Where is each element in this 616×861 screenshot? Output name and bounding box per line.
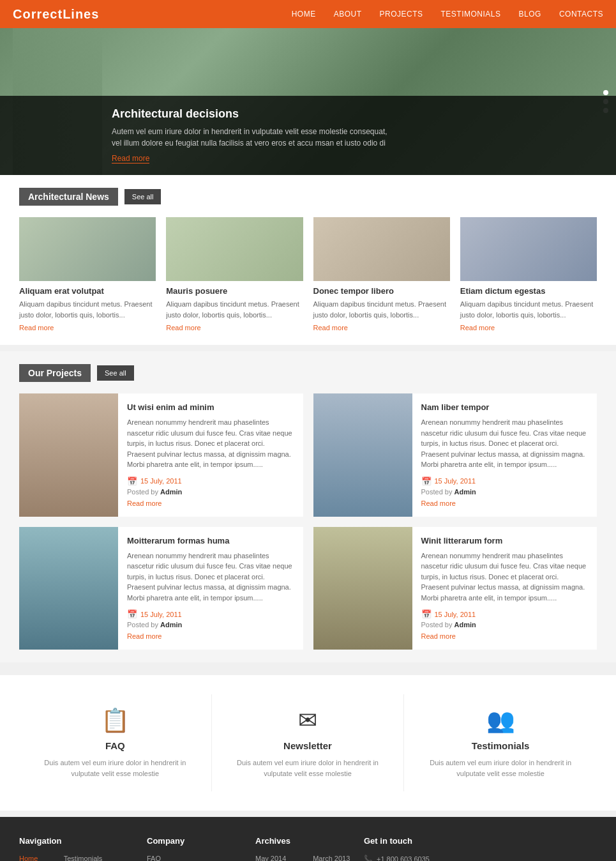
project-card-image-2 xyxy=(313,393,412,517)
site-footer: Navigation Home About Projects Testimoni… xyxy=(0,817,616,861)
footer-nav-testimonials[interactable]: Testimonials xyxy=(64,855,103,861)
info-section: 📋 FAQ Duis autem vel eum iriure dolor in… xyxy=(0,675,616,811)
news-grid: Aliquam erat volutpat Aliquam dapibus ti… xyxy=(19,217,597,332)
project-card-readmore-1[interactable]: Read more xyxy=(127,499,162,507)
project-card-image-4 xyxy=(313,527,412,650)
footer-grid: Navigation Home About Projects Testimoni… xyxy=(19,836,597,861)
news-card-title-2: Mauris posuere xyxy=(166,286,303,296)
project-card-title-3: Moitterarum formas huma xyxy=(127,536,294,545)
footer-phone1: 📞 +1 800 603 6035 xyxy=(364,855,460,861)
project-card-text-2: Arenean nonummy hendrerit mau phaselinte… xyxy=(421,417,589,470)
news-card-title-4: Etiam dictum egestas xyxy=(460,286,597,296)
project-card-image-1 xyxy=(19,393,118,517)
hero-dot-1[interactable] xyxy=(603,90,608,95)
footer-company: Company FAQ News Overview Overview xyxy=(147,836,243,861)
project-card-readmore-2[interactable]: Read more xyxy=(421,499,456,507)
project-card-4: Winit litterarum form Arenean nonummy he… xyxy=(313,527,597,650)
info-card-text-3: Duis autem vel eum iriure dolor in hendr… xyxy=(423,758,578,779)
footer-nav-col2: Testimonials Blog Contacts xyxy=(64,855,103,861)
site-header: CorrectLines HOME ABOUT PROJECTS TESTIMO… xyxy=(0,0,616,28)
info-card-text-1: Duis autem vel eum iriure dolor in hendr… xyxy=(38,758,192,779)
projects-section-title: Our Projects xyxy=(19,364,91,382)
footer-contact: Get in touch 📞 +1 800 603 6035 📞 +1 800 … xyxy=(364,836,460,861)
nav-projects[interactable]: PROJECTS xyxy=(380,10,423,19)
info-icon-3: 👥 xyxy=(423,707,578,734)
project-card-content-3: Moitterarum formas huma Arenean nonummy … xyxy=(118,527,303,650)
nav-about[interactable]: ABOUT xyxy=(334,10,362,19)
news-card-title-3: Donec tempor libero xyxy=(313,286,450,296)
project-card-date-4: 📅 15 July, 2011 xyxy=(421,609,589,619)
news-card-readmore-2[interactable]: Read more xyxy=(166,324,200,331)
projects-section-header: Our Projects See all xyxy=(19,364,597,382)
nav-blog[interactable]: BLOG xyxy=(519,10,541,19)
site-logo: CorrectLines xyxy=(13,7,99,22)
nav-testimonials[interactable]: TESTIMONIALS xyxy=(441,10,501,19)
news-see-all-button[interactable]: See all xyxy=(124,189,162,204)
footer-navigation: Navigation Home About Projects Testimoni… xyxy=(19,836,134,861)
hero-text: Autem vel eum iriure dolor in hendrerit … xyxy=(112,126,399,149)
info-card-1: 📋 FAQ Duis autem vel eum iriure dolor in… xyxy=(19,694,212,791)
info-card-2: ✉ Newsletter Duis autem vel eum iriure d… xyxy=(212,694,405,791)
news-card-readmore-4[interactable]: Read more xyxy=(460,324,495,331)
news-card-image-4 xyxy=(460,217,597,281)
news-card-title-1: Aliquam erat volutpat xyxy=(19,286,156,296)
info-icon-1: 📋 xyxy=(38,707,192,734)
project-card-date-2: 📅 15 July, 2011 xyxy=(421,476,589,486)
hero-readmore-link[interactable]: Read more xyxy=(112,154,149,164)
footer-nav-title: Navigation xyxy=(19,836,134,846)
footer-archives-title: Archives xyxy=(255,836,351,846)
footer-company-title: Company xyxy=(147,836,243,846)
news-card-readmore-1[interactable]: Read more xyxy=(19,324,54,331)
info-card-3: 👥 Testimonials Duis autem vel eum iriure… xyxy=(404,694,597,791)
info-card-text-2: Duis autem vel eum iriure dolor in hendr… xyxy=(231,758,385,779)
news-card-text-2: Aliquam dapibus tincidunt metus. Praesen… xyxy=(166,299,303,320)
footer-company-faq[interactable]: FAQ xyxy=(147,855,243,861)
project-card-text-1: Arenean nonummy hendrerit mau phaselinte… xyxy=(127,417,294,470)
hero-section: Architectural decisions Autem vel eum ir… xyxy=(0,28,616,175)
projects-grid: Ut wisi enim ad minim Arenean nonummy he… xyxy=(19,393,597,650)
footer-archive-mar2013[interactable]: March 2013 xyxy=(313,855,351,861)
footer-archive-may2014[interactable]: May 2014 xyxy=(255,855,300,861)
projects-see-all-button[interactable]: See all xyxy=(97,365,134,381)
project-card-2: Nam liber tempor Arenean nonummy hendrer… xyxy=(313,393,597,517)
project-card-content-4: Winit litterarum form Arenean nonummy he… xyxy=(412,527,597,650)
project-card-posted-4: Posted by Admin xyxy=(421,621,589,629)
project-card-text-4: Arenean nonummy hendrerit mau phaselinte… xyxy=(421,551,589,604)
calendar-icon-2: 📅 xyxy=(421,476,432,486)
phone-icon: 📞 xyxy=(364,855,373,861)
hero-overlay: Architectural decisions Autem vel eum ir… xyxy=(0,96,616,175)
hero-title: Architectural decisions xyxy=(112,107,597,121)
project-card-3: Moitterarum formas huma Arenean nonummy … xyxy=(19,527,303,650)
project-card-title-2: Nam liber tempor xyxy=(421,402,589,412)
project-card-content-2: Nam liber tempor Arenean nonummy hendrer… xyxy=(412,393,597,517)
projects-section: Our Projects See all Ut wisi enim ad min… xyxy=(0,351,616,662)
footer-nav-col1: Home About Projects xyxy=(19,855,45,861)
calendar-icon-3: 📅 xyxy=(127,609,137,619)
news-card-image-3 xyxy=(313,217,450,281)
project-card-image-3 xyxy=(19,527,118,650)
footer-archives-col1: May 2014 February 2013 December 2012 xyxy=(255,855,300,861)
news-card-4: Etiam dictum egestas Aliquam dapibus tin… xyxy=(460,217,597,332)
project-card-posted-3: Posted by Admin xyxy=(127,621,294,629)
calendar-icon-1: 📅 xyxy=(127,476,137,486)
news-section-title: Architectural News xyxy=(19,188,118,206)
nav-contacts[interactable]: CONTACTS xyxy=(559,10,603,19)
project-card-readmore-4[interactable]: Read more xyxy=(421,632,456,640)
footer-archives-col2: March 2013 January 2013 May 2012 xyxy=(313,855,351,861)
project-card-1: Ut wisi enim ad minim Arenean nonummy he… xyxy=(19,393,303,517)
news-section-header: Architectural News See all xyxy=(19,188,597,206)
project-card-title-4: Winit litterarum form xyxy=(421,536,589,545)
project-card-content-1: Ut wisi enim ad minim Arenean nonummy he… xyxy=(118,393,303,517)
info-card-title-2: Newsletter xyxy=(231,740,385,751)
info-card-title-1: FAQ xyxy=(38,740,192,751)
project-card-text-3: Arenean nonummy hendrerit mau phaselinte… xyxy=(127,551,294,604)
news-card-image-1 xyxy=(19,217,156,281)
news-card-3: Donec tempor libero Aliquam dapibus tinc… xyxy=(313,217,450,332)
news-card-1: Aliquam erat volutpat Aliquam dapibus ti… xyxy=(19,217,156,332)
nav-home[interactable]: HOME xyxy=(292,10,316,19)
footer-nav-home[interactable]: Home xyxy=(19,855,45,861)
main-nav: HOME ABOUT PROJECTS TESTIMONIALS BLOG CO… xyxy=(292,10,603,19)
project-card-readmore-3[interactable]: Read more xyxy=(127,632,162,640)
project-card-date-1: 📅 15 July, 2011 xyxy=(127,476,294,486)
news-card-readmore-3[interactable]: Read more xyxy=(313,324,348,331)
